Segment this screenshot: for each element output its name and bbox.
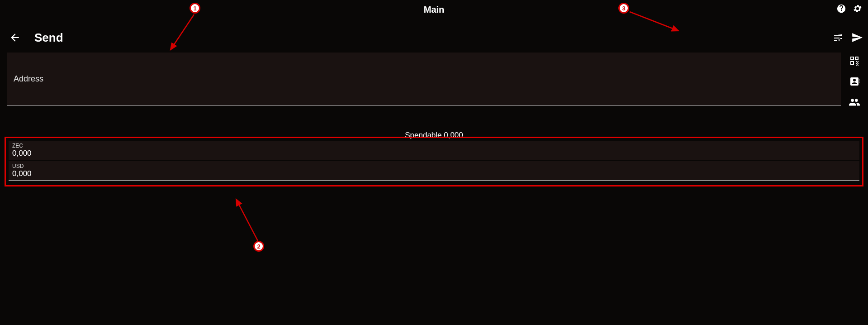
help-icon[interactable] xyxy=(835,3,847,14)
address-placeholder: Address xyxy=(14,74,43,84)
zec-amount-input[interactable]: ZEC 0,000 xyxy=(9,141,859,160)
send-icon[interactable] xyxy=(851,31,863,44)
topbar-actions xyxy=(835,3,863,14)
usd-value: 0,000 xyxy=(12,169,856,178)
address-book-icon[interactable] xyxy=(848,75,861,88)
address-input[interactable]: Address xyxy=(7,53,841,106)
usd-amount-input[interactable]: USD 0,000 xyxy=(9,161,859,181)
gear-icon[interactable] xyxy=(852,3,863,14)
subbar-actions xyxy=(832,31,863,44)
tune-icon[interactable] xyxy=(832,31,844,44)
svg-line-1 xyxy=(236,199,258,241)
amount-box: ZEC 0,000 USD 0,000 xyxy=(5,137,863,186)
page-subbar: Send xyxy=(0,26,868,49)
usd-label: USD xyxy=(12,163,856,169)
qr-icon[interactable] xyxy=(848,54,861,67)
zec-label: ZEC xyxy=(12,143,856,149)
zec-value: 0,000 xyxy=(12,149,856,158)
annotation-2-arrow xyxy=(233,196,265,244)
page-title: Send xyxy=(34,31,63,45)
annotation-1: 1 xyxy=(190,3,200,14)
app-topbar: Main xyxy=(0,0,868,19)
annotation-3: 3 xyxy=(618,3,629,14)
address-side-actions xyxy=(844,53,864,109)
contacts-icon[interactable] xyxy=(848,96,861,109)
app-title: Main xyxy=(424,5,445,15)
annotation-2: 2 xyxy=(253,241,264,252)
back-button[interactable] xyxy=(8,31,22,44)
